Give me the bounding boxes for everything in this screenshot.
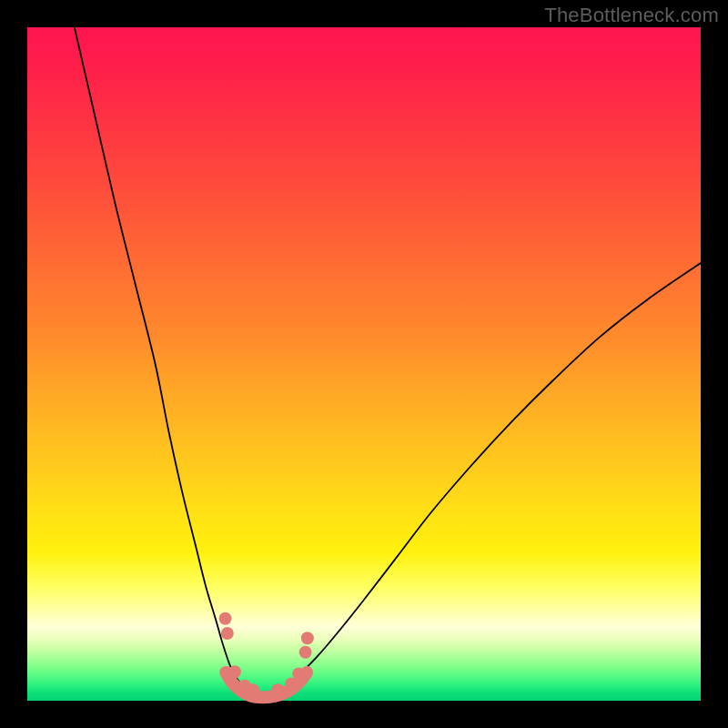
data-marker — [271, 683, 284, 696]
plot-area — [27, 27, 701, 701]
right-curve — [269, 263, 701, 696]
data-marker — [292, 667, 305, 680]
data-marker — [228, 665, 241, 678]
data-marker — [247, 683, 259, 696]
chart-frame: TheBottleneck.com — [0, 0, 728, 728]
data-marker — [299, 646, 312, 659]
chart-svg — [27, 27, 701, 701]
watermark-text: TheBottleneck.com — [544, 4, 719, 27]
left-curve — [75, 27, 257, 696]
data-marker — [221, 627, 234, 640]
data-marker — [301, 632, 314, 644]
curve-layer — [75, 27, 701, 697]
data-marker — [219, 612, 232, 625]
